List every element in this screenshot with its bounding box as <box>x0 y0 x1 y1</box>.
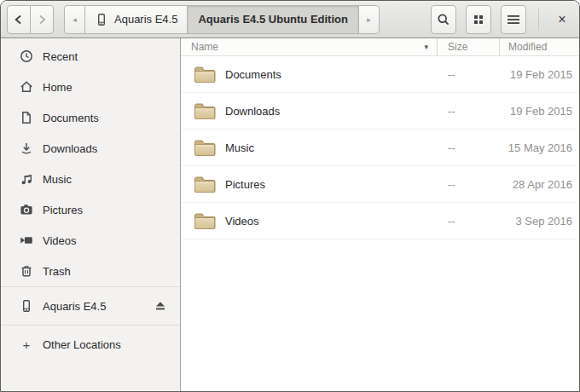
triangle-right-icon: ▸ <box>367 15 371 24</box>
column-header-size[interactable]: Size <box>437 38 499 55</box>
back-button[interactable] <box>7 5 31 34</box>
sidebar-item-device-aquaris[interactable]: Aquaris E4.5 <box>1 287 180 325</box>
sidebar-item-videos[interactable]: Videos <box>1 225 180 256</box>
forward-icon <box>36 14 48 26</box>
file-row-videos[interactable]: Videos -- 3 Sep 2016 <box>181 203 579 239</box>
folder-icon <box>194 176 216 193</box>
search-button[interactable] <box>431 5 456 34</box>
file-size: -- <box>437 215 499 228</box>
file-row-music[interactable]: Music -- 15 May 2016 <box>181 130 579 166</box>
sidebar-item-label: Aquaris E4.5 <box>43 300 106 313</box>
path-scroll-right-button[interactable]: ▸ <box>358 5 380 34</box>
file-row-downloads[interactable]: Downloads -- 19 Feb 2015 <box>181 93 579 130</box>
document-icon <box>20 111 33 124</box>
sidebar-item-trash[interactable]: Trash <box>1 256 180 286</box>
path-button-device-root[interactable]: Aquaris E4.5 <box>84 5 188 34</box>
file-modified: 19 Feb 2015 <box>499 105 579 118</box>
sidebar-item-label: Trash <box>43 265 71 278</box>
column-header-label: Modified <box>508 41 547 53</box>
search-icon <box>437 13 450 26</box>
menu-icon <box>508 14 519 25</box>
file-modified: 15 May 2016 <box>499 141 579 154</box>
folder-icon <box>194 139 216 157</box>
file-modified: 28 Apr 2016 <box>499 178 579 191</box>
file-modified: 3 Sep 2016 <box>499 215 579 228</box>
sidebar-item-label: Home <box>43 81 72 94</box>
file-name: Downloads <box>225 105 280 118</box>
file-size: -- <box>437 141 499 154</box>
music-icon <box>20 172 33 186</box>
sidebar-item-recent[interactable]: Recent <box>1 41 180 72</box>
camera-icon <box>20 203 33 216</box>
sidebar-item-other-locations[interactable]: + Other Locations <box>1 326 180 363</box>
file-size: -- <box>437 178 499 191</box>
file-name: Videos <box>225 215 259 228</box>
close-icon: × <box>558 12 566 27</box>
path-button-current-location[interactable]: Aquaris E4.5 Ubuntu Edition <box>187 5 359 34</box>
sidebar-item-label: Recent <box>43 50 78 63</box>
phone-icon <box>20 299 33 313</box>
download-icon <box>20 141 33 155</box>
file-name: Music <box>225 141 254 154</box>
video-icon <box>20 233 33 247</box>
column-header-name[interactable]: Name ▾ <box>181 38 437 55</box>
triangle-left-icon: ◂ <box>72 15 77 24</box>
sidebar-item-label: Music <box>43 173 72 186</box>
path-button-label: Aquaris E4.5 Ubuntu Edition <box>198 13 348 26</box>
back-icon <box>13 14 25 26</box>
trash-icon <box>20 264 33 278</box>
file-name: Pictures <box>225 178 265 191</box>
menu-button[interactable] <box>501 5 526 34</box>
file-row-pictures[interactable]: Pictures -- 28 Apr 2016 <box>181 166 579 203</box>
list-column-headers: Name ▾ Size Modified <box>181 38 579 56</box>
folder-icon <box>194 66 216 84</box>
sidebar-item-label: Downloads <box>43 142 97 155</box>
column-header-label: Size <box>448 41 467 53</box>
home-icon <box>20 80 33 94</box>
sidebar-item-label: Videos <box>43 234 77 247</box>
places-sidebar: Recent Home Documents Downloads <box>1 38 181 391</box>
sidebar-item-pictures[interactable]: Pictures <box>1 194 180 225</box>
file-modified: 19 Feb 2015 <box>499 68 579 81</box>
sidebar-item-home[interactable]: Home <box>1 72 180 102</box>
path-button-label: Aquaris E4.5 <box>114 13 177 26</box>
sidebar-item-label: Pictures <box>43 204 83 216</box>
plus-icon: + <box>20 337 33 352</box>
file-row-documents[interactable]: Documents -- 19 Feb 2015 <box>181 56 579 93</box>
file-list-view: Name ▾ Size Modified Documents -- 19 Feb… <box>181 38 579 391</box>
header-separator <box>538 9 539 31</box>
path-scroll-left-button[interactable]: ◂ <box>64 5 85 34</box>
eject-button[interactable] <box>154 300 166 312</box>
recent-icon <box>20 49 33 63</box>
sidebar-item-label: Other Locations <box>43 338 121 351</box>
folder-icon <box>194 212 216 230</box>
path-bar: ◂ Aquaris E4.5 Aquaris E4.5 Ubuntu Editi… <box>64 5 380 34</box>
column-header-label: Name <box>191 41 218 53</box>
eject-icon <box>154 300 166 312</box>
grid-view-button[interactable] <box>466 5 491 34</box>
file-name: Documents <box>225 68 281 81</box>
file-size: -- <box>437 68 499 81</box>
sort-descending-icon: ▾ <box>424 43 428 51</box>
sidebar-item-documents[interactable]: Documents <box>1 102 180 133</box>
sidebar-item-downloads[interactable]: Downloads <box>1 133 180 164</box>
sidebar-item-music[interactable]: Music <box>1 164 180 194</box>
header-actions: × <box>431 5 573 34</box>
header-bar: ◂ Aquaris E4.5 Aquaris E4.5 Ubuntu Editi… <box>1 1 579 38</box>
forward-button[interactable] <box>30 5 54 34</box>
folder-icon <box>194 102 216 120</box>
sidebar-item-label: Documents <box>43 112 99 124</box>
grid-view-icon <box>473 14 484 25</box>
file-size: -- <box>437 105 499 118</box>
history-nav-group <box>7 5 54 34</box>
column-header-modified[interactable]: Modified <box>499 38 579 55</box>
phone-icon <box>95 13 108 26</box>
file-manager-window: ◂ Aquaris E4.5 Aquaris E4.5 Ubuntu Editi… <box>0 0 580 392</box>
close-button[interactable]: × <box>551 7 573 32</box>
